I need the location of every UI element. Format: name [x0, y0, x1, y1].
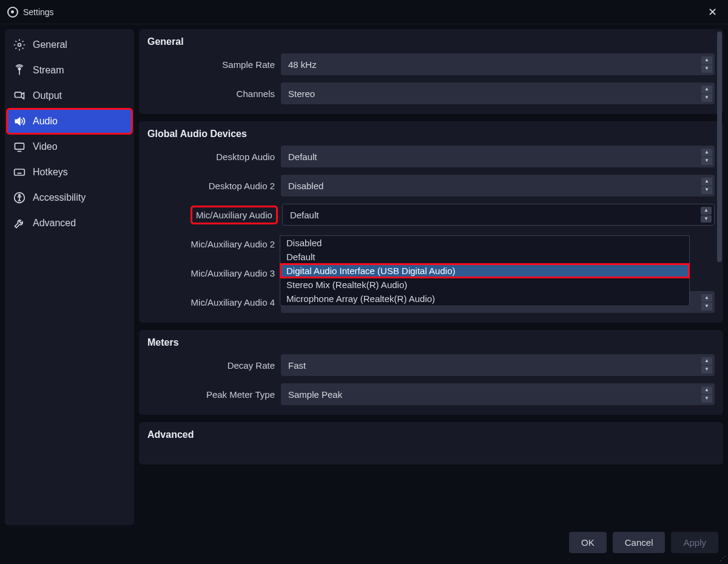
chevron-down-icon[interactable]: ▼: [701, 157, 712, 165]
sidebar-item-output[interactable]: Output: [7, 84, 132, 108]
select-value: Sample Peak: [288, 389, 342, 400]
channels-label: Channels: [147, 89, 275, 99]
section-title: General: [147, 36, 715, 47]
svg-rect-2: [15, 92, 22, 97]
chevron-up-icon[interactable]: ▲: [701, 386, 712, 394]
channels-select[interactable]: Stereo ▲ ▼: [281, 82, 715, 104]
sample-rate-label: Sample Rate: [147, 59, 275, 70]
tools-icon: [13, 217, 25, 229]
sidebar: General Stream Output Audio Video: [5, 29, 134, 525]
mic-aux3-label: Mic/Auxiliary Audio 3: [147, 268, 275, 278]
ok-button[interactable]: OK: [569, 532, 607, 553]
scrollbar-thumb[interactable]: [717, 32, 722, 262]
chevron-up-icon[interactable]: ▲: [701, 86, 712, 93]
select-value: Disabled: [288, 181, 323, 191]
select-value: 48 kHz: [288, 59, 317, 70]
output-icon: [13, 90, 25, 102]
dropdown-item[interactable]: Disabled: [280, 236, 689, 250]
dropdown-item[interactable]: Digital Audio Interface (USB Digital Aud…: [280, 264, 689, 278]
keyboard-icon: [13, 166, 25, 178]
chevron-up-icon[interactable]: ▲: [701, 149, 712, 156]
sidebar-item-label: Stream: [33, 65, 64, 76]
chevron-down-icon[interactable]: ▼: [701, 94, 712, 102]
close-button[interactable]: ✕: [704, 4, 721, 21]
broadcast-icon: [13, 64, 25, 76]
peak-meter-select[interactable]: Sample Peak ▲ ▼: [281, 383, 715, 405]
sidebar-item-label: General: [33, 39, 67, 50]
sidebar-item-label: Hotkeys: [33, 167, 68, 178]
monitor-icon: [13, 141, 25, 153]
chevron-up-icon[interactable]: ▲: [701, 357, 712, 365]
desktop-audio-label: Desktop Audio: [147, 152, 275, 162]
sidebar-item-label: Advanced: [33, 218, 76, 229]
select-value: Default: [290, 210, 319, 220]
chevron-up-icon[interactable]: ▲: [701, 178, 712, 186]
sidebar-item-label: Accessibility: [33, 192, 86, 203]
chevron-down-icon[interactable]: ▼: [701, 186, 712, 194]
section-general: General Sample Rate 48 kHz ▲ ▼ Channels …: [139, 29, 723, 114]
sample-rate-select[interactable]: 48 kHz ▲ ▼: [281, 53, 715, 75]
sidebar-item-hotkeys[interactable]: Hotkeys: [7, 160, 132, 184]
svg-point-1: [18, 68, 20, 70]
mic-aux-select[interactable]: Default ▲ ▼: [282, 204, 715, 226]
mic-aux-label: Mic/Auxiliary Audio: [192, 207, 276, 223]
spinner-buttons[interactable]: ▲ ▼: [701, 56, 712, 73]
decay-rate-label: Decay Rate: [147, 360, 275, 371]
select-value: Stereo: [288, 89, 315, 99]
section-title: Advanced: [147, 429, 715, 440]
chevron-up-icon[interactable]: ▲: [701, 207, 712, 215]
section-meters: Meters Decay Rate Fast ▲ ▼ Peak Meter Ty…: [139, 330, 723, 415]
svg-rect-3: [15, 143, 24, 149]
speaker-icon: [13, 115, 25, 127]
resize-grip[interactable]: ⋰: [720, 555, 727, 563]
dropdown-item[interactable]: Default: [280, 250, 689, 264]
section-title: Global Audio Devices: [147, 129, 715, 139]
decay-rate-select[interactable]: Fast ▲ ▼: [281, 354, 715, 376]
dropdown-item[interactable]: Stereo Mix (Realtek(R) Audio): [280, 278, 689, 292]
sidebar-item-stream[interactable]: Stream: [7, 58, 132, 82]
chevron-down-icon[interactable]: ▼: [701, 303, 712, 311]
footer: OK Cancel Apply: [0, 525, 728, 559]
svg-rect-4: [15, 169, 25, 175]
app-icon: [7, 7, 18, 18]
sidebar-item-general[interactable]: General: [7, 33, 132, 57]
desktop-audio2-label: Desktop Audio 2: [147, 181, 275, 191]
sidebar-item-label: Audio: [33, 116, 58, 127]
chevron-up-icon[interactable]: ▲: [701, 56, 712, 64]
spinner-buttons[interactable]: ▲ ▼: [701, 357, 712, 374]
sidebar-item-accessibility[interactable]: Accessibility: [7, 186, 132, 210]
chevron-up-icon[interactable]: ▲: [701, 294, 712, 302]
svg-point-6: [19, 195, 21, 196]
accessibility-icon: [13, 192, 25, 204]
chevron-down-icon[interactable]: ▼: [701, 395, 712, 403]
titlebar: Settings ✕: [0, 0, 728, 24]
sidebar-item-audio[interactable]: Audio: [7, 109, 132, 133]
spinner-buttons[interactable]: ▲ ▼: [701, 386, 712, 403]
apply-button[interactable]: Apply: [671, 532, 718, 553]
sidebar-item-label: Video: [33, 141, 58, 152]
chevron-down-icon[interactable]: ▼: [701, 366, 712, 374]
peak-meter-label: Peak Meter Type: [147, 389, 275, 400]
desktop-audio2-select[interactable]: Disabled ▲ ▼: [281, 175, 715, 196]
section-advanced: Advanced: [139, 422, 723, 465]
select-value: Default: [288, 152, 317, 162]
spinner-buttons[interactable]: ▲ ▼: [701, 207, 712, 223]
sidebar-item-advanced[interactable]: Advanced: [7, 211, 132, 235]
dropdown-item[interactable]: Microphone Array (Realtek(R) Audio): [280, 292, 689, 306]
window-title: Settings: [23, 7, 54, 17]
cancel-button[interactable]: Cancel: [613, 532, 666, 553]
gear-icon: [13, 39, 25, 51]
sidebar-item-label: Output: [33, 90, 62, 101]
sidebar-item-video[interactable]: Video: [7, 135, 132, 159]
spinner-buttons[interactable]: ▲ ▼: [701, 294, 712, 311]
mic-aux-dropdown[interactable]: Disabled Default Digital Audio Interface…: [280, 235, 690, 306]
chevron-down-icon[interactable]: ▼: [701, 65, 712, 73]
chevron-down-icon[interactable]: ▼: [701, 215, 712, 223]
desktop-audio-select[interactable]: Default ▲ ▼: [281, 146, 715, 167]
mic-aux2-label: Mic/Auxiliary Audio 2: [147, 239, 275, 249]
mic-aux4-label: Mic/Auxiliary Audio 4: [147, 297, 275, 307]
content-area: General Sample Rate 48 kHz ▲ ▼ Channels …: [139, 29, 723, 525]
spinner-buttons[interactable]: ▲ ▼: [701, 148, 712, 165]
spinner-buttons[interactable]: ▲ ▼: [701, 85, 712, 102]
spinner-buttons[interactable]: ▲ ▼: [701, 177, 712, 194]
